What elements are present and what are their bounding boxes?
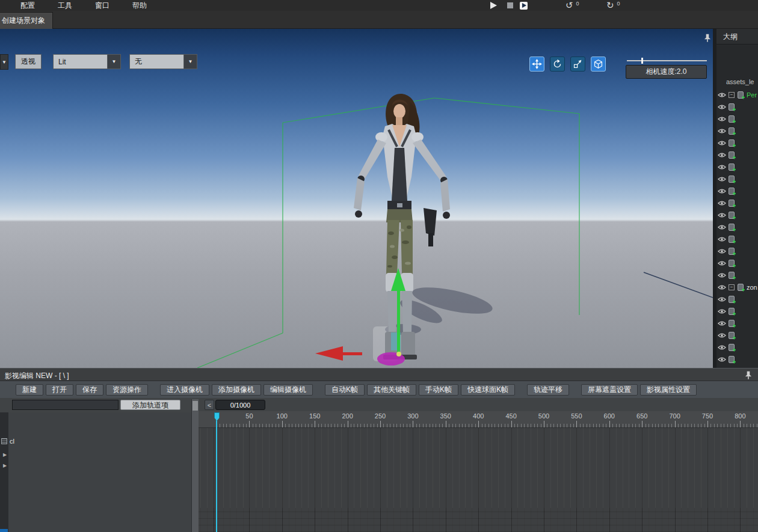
- outline-row[interactable]: [716, 185, 758, 197]
- seq-toolbar-button[interactable]: 轨迹平移: [527, 384, 569, 396]
- eye-icon[interactable]: [718, 224, 726, 230]
- seq-toolbar-button[interactable]: 资源操作: [106, 384, 148, 396]
- outline-row[interactable]: [716, 101, 758, 113]
- outline-row[interactable]: −Per: [716, 89, 758, 101]
- playhead-marker-icon[interactable]: [214, 412, 220, 421]
- outline-row[interactable]: [716, 341, 758, 353]
- eye-icon[interactable]: [718, 320, 726, 326]
- tree-scrollbar[interactable]: [191, 399, 199, 532]
- outline-row[interactable]: [716, 233, 758, 245]
- seq-toolbar-button[interactable]: 添加摄像机: [212, 384, 261, 396]
- seq-toolbar-button[interactable]: 进入摄像机: [160, 384, 209, 396]
- frame-counter[interactable]: 0/1000: [215, 400, 265, 410]
- pin-icon[interactable]: [744, 370, 753, 380]
- outline-row[interactable]: −zon: [716, 281, 758, 293]
- outline-row[interactable]: [716, 305, 758, 317]
- menu-item-2[interactable]: 工具: [58, 1, 72, 11]
- seq-toolbar-button[interactable]: 屏幕遮盖设置: [581, 384, 638, 396]
- seq-toolbar-button[interactable]: 快速球面K帧: [461, 384, 515, 396]
- eye-icon[interactable]: [718, 92, 726, 98]
- seq-toolbar-button[interactable]: 影视属性设置: [640, 384, 697, 396]
- tab-create-scene-object[interactable]: 创建场景对象: [0, 12, 53, 29]
- outline-row[interactable]: [716, 149, 758, 161]
- viewport-options-dropdown[interactable]: ▼: [0, 54, 8, 70]
- move-tool-button[interactable]: [529, 57, 544, 72]
- eye-icon[interactable]: [718, 248, 726, 254]
- outline-row[interactable]: [716, 125, 758, 137]
- outline-row[interactable]: [716, 221, 758, 233]
- seq-toolbar-button[interactable]: 编辑摄像机: [263, 384, 313, 396]
- seq-toolbar-button[interactable]: 打开: [46, 384, 73, 396]
- track-tree-item[interactable]: cl: [1, 438, 14, 445]
- selected-track-row[interactable]: [0, 529, 8, 532]
- outline-row[interactable]: [716, 329, 758, 341]
- gizmo-x-arrowhead[interactable]: [315, 346, 343, 361]
- slider-handle-icon[interactable]: [641, 58, 643, 64]
- outline-row[interactable]: [716, 137, 758, 149]
- rotate-tool-button[interactable]: [550, 57, 565, 72]
- collapse-icon[interactable]: −: [729, 284, 735, 290]
- snap-tool-button[interactable]: [591, 57, 606, 72]
- scrollbar-handle[interactable]: [193, 401, 198, 411]
- timeline-body[interactable]: [199, 428, 758, 532]
- eye-icon[interactable]: [718, 104, 726, 110]
- eye-icon[interactable]: [718, 356, 726, 362]
- seq-toolbar-button[interactable]: 其他关键帧: [367, 384, 416, 396]
- eye-icon[interactable]: [718, 152, 726, 158]
- track-search-input[interactable]: [12, 400, 119, 410]
- outline-asset-header[interactable]: assets_le: [726, 78, 754, 85]
- outline-row[interactable]: [716, 353, 758, 365]
- outline-row[interactable]: [716, 173, 758, 185]
- gizmo-x-axis[interactable]: [340, 352, 362, 355]
- eye-icon[interactable]: [718, 296, 726, 302]
- pin-icon[interactable]: [703, 33, 712, 43]
- redo-button[interactable]: ↻ 0: [606, 1, 620, 10]
- render-movie-button[interactable]: [520, 1, 528, 10]
- camera-speed-button[interactable]: 相机速度:2.0: [626, 65, 707, 79]
- seq-toolbar-button[interactable]: 自动K帧: [325, 384, 365, 396]
- eye-icon[interactable]: [718, 176, 726, 182]
- seq-toolbar-button[interactable]: 手动K帧: [419, 384, 458, 396]
- outline-row[interactable]: [716, 197, 758, 209]
- menu-item-1[interactable]: 配置: [20, 1, 35, 11]
- scale-tool-button[interactable]: [570, 57, 585, 72]
- track-tree[interactable]: cl: [8, 412, 191, 532]
- expand-arrow-icon[interactable]: ▶: [3, 452, 7, 457]
- eye-icon[interactable]: [718, 236, 726, 242]
- gizmo-y-axis[interactable]: [397, 289, 400, 355]
- viewport-3d[interactable]: ▼ 透视 Lit ▼ 无 ▼: [0, 29, 713, 368]
- eye-icon[interactable]: [718, 116, 726, 122]
- eye-icon[interactable]: [718, 260, 726, 266]
- add-track-button[interactable]: 添加轨道项: [120, 400, 180, 410]
- eye-icon[interactable]: [718, 200, 726, 206]
- stop-button[interactable]: [507, 1, 513, 10]
- collapse-icon[interactable]: −: [729, 92, 735, 98]
- eye-icon[interactable]: [718, 128, 726, 134]
- expand-arrow-icon[interactable]: ▶: [3, 463, 7, 468]
- menu-item-4[interactable]: 帮助: [132, 1, 147, 11]
- eye-icon[interactable]: [718, 272, 726, 278]
- eye-icon[interactable]: [718, 284, 726, 290]
- outline-row[interactable]: [716, 113, 758, 125]
- outline-row[interactable]: [716, 317, 758, 329]
- outline-row[interactable]: [716, 257, 758, 269]
- outline-row[interactable]: [716, 293, 758, 305]
- eye-icon[interactable]: [718, 344, 726, 350]
- eye-icon[interactable]: [718, 212, 726, 218]
- eye-icon[interactable]: [718, 308, 726, 314]
- effect-mode-dropdown[interactable]: 无 ▼: [129, 54, 197, 69]
- eye-icon[interactable]: [718, 164, 726, 170]
- eye-icon[interactable]: [718, 188, 726, 194]
- eye-icon[interactable]: [718, 140, 726, 146]
- outline-row[interactable]: [716, 245, 758, 257]
- timeline-ruler[interactable]: 5010015020025030035040045050055060065070…: [199, 411, 758, 428]
- sequencer-title-bar[interactable]: 影视编辑 NEW - [ \ ]: [0, 368, 758, 381]
- playhead[interactable]: [214, 412, 220, 532]
- prev-frame-button[interactable]: <: [205, 400, 214, 410]
- outline-row[interactable]: [716, 209, 758, 221]
- seq-toolbar-button[interactable]: 保存: [76, 384, 103, 396]
- perspective-button[interactable]: 透视: [15, 54, 42, 69]
- camera-speed-slider[interactable]: [627, 60, 707, 61]
- menu-item-3[interactable]: 窗口: [95, 1, 109, 11]
- eye-icon[interactable]: [718, 332, 726, 338]
